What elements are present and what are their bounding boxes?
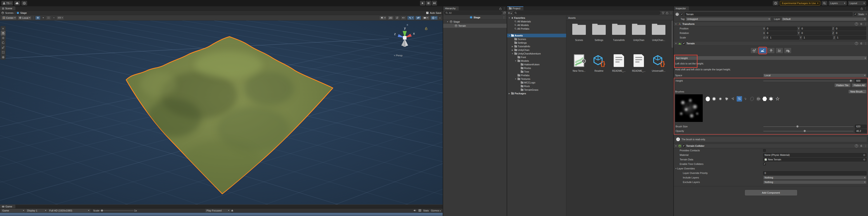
stats-button[interactable]: Stats xyxy=(423,209,429,212)
lock-icon[interactable] xyxy=(666,11,668,14)
panel-menu-icon[interactable]: ⋮ xyxy=(503,7,505,10)
scale-tool[interactable] xyxy=(1,45,5,50)
gizmos-button[interactable]: Gizmos ▾ xyxy=(431,209,441,212)
snap-options-caret[interactable]: ▾ xyxy=(52,16,56,20)
project-tree-item-rock[interactable]: Rock xyxy=(507,84,566,88)
create-neighbor-terrains-tool[interactable] xyxy=(750,48,758,54)
transform-position-z-field[interactable]: 0 xyxy=(835,27,866,31)
transform-rotation-y-field[interactable]: 0 xyxy=(800,31,832,35)
view-hand-tool[interactable] xyxy=(1,31,5,36)
gameobject-cube-icon[interactable] xyxy=(675,12,679,16)
step-button[interactable] xyxy=(432,1,437,6)
brush-scratch[interactable] xyxy=(749,96,755,101)
height-slider[interactable] xyxy=(763,79,854,83)
brush-size-value-field[interactable]: 620 xyxy=(855,125,867,128)
tag-dropdown[interactable]: Untagged▾ xyxy=(686,17,771,21)
presets-icon[interactable] xyxy=(860,145,863,147)
auto-save-checkbox[interactable]: ✓ xyxy=(426,11,429,14)
increment-snap-dropdown[interactable]: ▾ xyxy=(57,16,64,20)
scene-audio-toggle[interactable] xyxy=(401,16,406,20)
tab-hierarchy[interactable]: Hierarchy xyxy=(443,6,459,10)
add-component-button[interactable]: Add Component xyxy=(745,190,797,195)
experimental-packages-warning-button[interactable]: Experimental Packages In Use ▾ xyxy=(780,1,820,5)
brush-size-slider[interactable] xyxy=(763,125,854,128)
layer-overrides-foldout[interactable]: ▼ Layer Overrides xyxy=(674,166,868,171)
lock-icon[interactable] xyxy=(499,7,502,10)
gizmos-dropdown[interactable]: ▾ xyxy=(431,16,438,20)
scale-constrain-icon[interactable] xyxy=(763,36,766,39)
stage-options-icon[interactable]: ⋮ xyxy=(503,16,505,19)
play-button[interactable] xyxy=(420,1,425,6)
project-tree-item-assets[interactable]: ▼Assets xyxy=(507,34,566,37)
asset-tile-folder[interactable]: TutorialInfo xyxy=(609,22,629,53)
static-caret-icon[interactable]: ▾ xyxy=(866,13,867,15)
brush-hard[interactable] xyxy=(705,96,710,101)
transform-position-y-field[interactable]: 0 xyxy=(800,27,832,31)
grid-visibility-toggle[interactable] xyxy=(35,16,40,20)
asset-tile-folder[interactable]: Scenes xyxy=(569,22,589,53)
foldout-arrow[interactable]: ▼ xyxy=(515,60,517,62)
tools-overlay-menu[interactable]: ≡ xyxy=(1,26,5,31)
orientation-gizmo[interactable]: y x z xyxy=(392,25,417,52)
breadcrumb-stage[interactable]: Stage xyxy=(20,11,27,14)
account-button[interactable]: TS ▾ xyxy=(1,1,13,5)
tab-inspector[interactable]: Inspector xyxy=(674,6,689,10)
project-tree-item-favorites[interactable]: ▼★Favorites xyxy=(507,16,566,20)
opacity-value-field[interactable]: 46.2 xyxy=(855,129,867,133)
help-icon[interactable]: ? xyxy=(855,42,858,45)
project-tree-item-unitychanadventure[interactable]: ▼UnityChanAdventure xyxy=(507,52,566,55)
presets-icon[interactable] xyxy=(860,42,863,45)
orientation-dropdown[interactable]: Local ▾ xyxy=(18,16,31,20)
cloud-services-button[interactable] xyxy=(14,1,20,5)
terrain-collider-header[interactable]: ▼ ✓ Terrain Collider ? ⋮ xyxy=(674,144,868,148)
open-search-window-icon[interactable] xyxy=(503,11,506,14)
paint-details-tool[interactable] xyxy=(776,48,783,54)
tab-project[interactable]: Project xyxy=(507,6,523,10)
game-scale-slider[interactable] xyxy=(100,209,134,212)
pause-button[interactable] xyxy=(426,1,431,6)
brush-staroutline[interactable]: ☆ xyxy=(775,96,780,101)
paint-trees-tool[interactable] xyxy=(767,48,775,54)
provides-contacts-checkbox[interactable] xyxy=(763,149,766,152)
foldout-arrow[interactable]: ▶ xyxy=(511,49,514,51)
assets-breadcrumb[interactable]: Assets xyxy=(566,16,673,20)
project-tree-item-font[interactable]: Font xyxy=(507,55,566,59)
search-by-type-icon[interactable] xyxy=(662,11,664,14)
brush-hex[interactable] xyxy=(762,96,767,101)
foldout-arrow[interactable]: ▼ xyxy=(675,145,677,147)
projection-label[interactable]: < Persp xyxy=(394,54,402,57)
project-tree-item-tutorialinfo[interactable]: ▶TutorialInfo xyxy=(507,44,566,48)
enable-tree-colliders-checkbox[interactable]: ✓ xyxy=(763,163,766,165)
foldout-arrow[interactable]: ▼ xyxy=(675,23,677,25)
asset-tile-folder[interactable]: Settings xyxy=(589,22,609,53)
object-picker-icon[interactable]: ⊙ xyxy=(863,154,865,156)
tab-scene[interactable]: Scene xyxy=(0,6,16,10)
brush-soft[interactable] xyxy=(711,96,717,101)
tab-game[interactable]: Game xyxy=(0,205,16,208)
prefab-stage-header[interactable]: Stage ⋮ xyxy=(443,15,507,20)
rotation-lock-icon[interactable] xyxy=(425,27,428,30)
component-menu-icon[interactable]: ⋮ xyxy=(864,22,867,26)
static-checkbox[interactable]: ✓ xyxy=(854,13,857,16)
transform-rotation-z-field[interactable]: 0 xyxy=(835,31,866,35)
transform-header[interactable]: ▼ Transform ? ⋮ xyxy=(674,22,868,26)
transform-scale-y-field[interactable]: 1 xyxy=(802,36,833,39)
opacity-slider[interactable] xyxy=(763,129,854,133)
transform-rotation-x-field[interactable]: 0 xyxy=(766,31,797,35)
project-tree-item-unitychan[interactable]: ▶UnityChan xyxy=(507,48,566,52)
project-tree-item-hakkenkoken[interactable]: HakkenKoken xyxy=(507,63,566,66)
project-tree-item-scenes[interactable]: Scenes xyxy=(507,37,566,41)
component-enabled-checkbox[interactable]: ✓ xyxy=(682,145,685,147)
project-search-input[interactable] xyxy=(513,11,660,15)
paint-mode-dropdown[interactable]: Set Height▾ xyxy=(675,56,867,60)
brush-starblur[interactable] xyxy=(768,96,774,101)
space-dropdown[interactable]: Local▾ xyxy=(763,73,867,78)
foldout-arrow[interactable]: ▼ xyxy=(511,53,514,55)
foldout-arrow[interactable]: ▶ xyxy=(508,93,510,95)
hub-button[interactable] xyxy=(22,1,27,5)
terrain-component-header[interactable]: ▼ ✓ Terrain ? ⋮ xyxy=(674,41,868,46)
project-tree-item-tree[interactable]: Tree xyxy=(507,70,566,73)
asset-tile-folder[interactable]: UnityChan... xyxy=(649,22,669,53)
toolbar-overflow-collapse[interactable]: < xyxy=(439,17,441,19)
component-menu-icon[interactable]: ⋮ xyxy=(864,144,867,148)
